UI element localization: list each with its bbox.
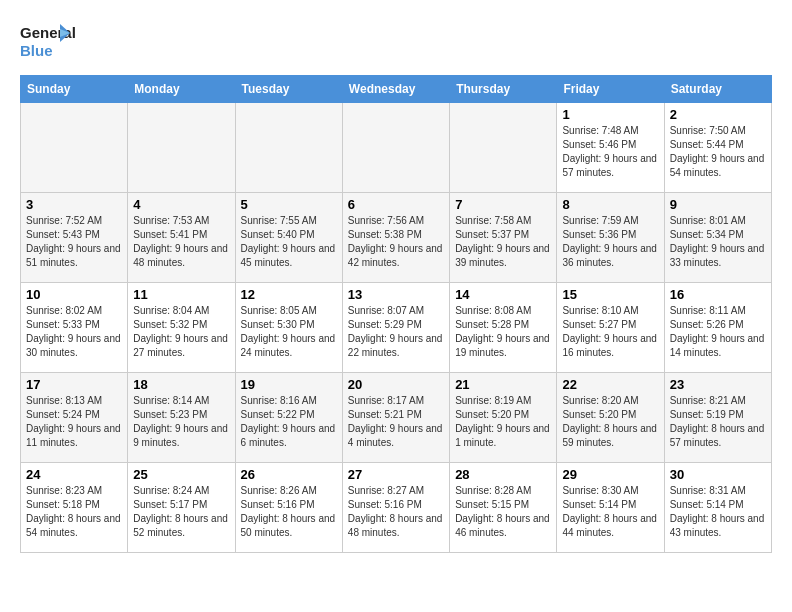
- calendar-cell: 4Sunrise: 7:53 AMSunset: 5:41 PMDaylight…: [128, 193, 235, 283]
- day-number: 25: [133, 467, 229, 482]
- day-number: 23: [670, 377, 766, 392]
- calendar-week-row: 3Sunrise: 7:52 AMSunset: 5:43 PMDaylight…: [21, 193, 772, 283]
- calendar-cell: [21, 103, 128, 193]
- calendar-cell: 17Sunrise: 8:13 AMSunset: 5:24 PMDayligh…: [21, 373, 128, 463]
- day-info: Sunrise: 8:10 AMSunset: 5:27 PMDaylight:…: [562, 304, 658, 360]
- day-info: Sunrise: 8:27 AMSunset: 5:16 PMDaylight:…: [348, 484, 444, 540]
- day-number: 17: [26, 377, 122, 392]
- day-info: Sunrise: 8:23 AMSunset: 5:18 PMDaylight:…: [26, 484, 122, 540]
- day-number: 21: [455, 377, 551, 392]
- day-info: Sunrise: 8:04 AMSunset: 5:32 PMDaylight:…: [133, 304, 229, 360]
- calendar-cell: 19Sunrise: 8:16 AMSunset: 5:22 PMDayligh…: [235, 373, 342, 463]
- day-number: 18: [133, 377, 229, 392]
- calendar-cell: 16Sunrise: 8:11 AMSunset: 5:26 PMDayligh…: [664, 283, 771, 373]
- calendar-cell: 7Sunrise: 7:58 AMSunset: 5:37 PMDaylight…: [450, 193, 557, 283]
- calendar-cell: 28Sunrise: 8:28 AMSunset: 5:15 PMDayligh…: [450, 463, 557, 553]
- calendar-cell: 6Sunrise: 7:56 AMSunset: 5:38 PMDaylight…: [342, 193, 449, 283]
- calendar-header-saturday: Saturday: [664, 76, 771, 103]
- calendar-week-row: 10Sunrise: 8:02 AMSunset: 5:33 PMDayligh…: [21, 283, 772, 373]
- day-number: 15: [562, 287, 658, 302]
- calendar-week-row: 1Sunrise: 7:48 AMSunset: 5:46 PMDaylight…: [21, 103, 772, 193]
- calendar-cell: 21Sunrise: 8:19 AMSunset: 5:20 PMDayligh…: [450, 373, 557, 463]
- day-number: 6: [348, 197, 444, 212]
- calendar-header-tuesday: Tuesday: [235, 76, 342, 103]
- day-info: Sunrise: 8:24 AMSunset: 5:17 PMDaylight:…: [133, 484, 229, 540]
- day-number: 14: [455, 287, 551, 302]
- day-number: 5: [241, 197, 337, 212]
- day-number: 3: [26, 197, 122, 212]
- day-info: Sunrise: 8:17 AMSunset: 5:21 PMDaylight:…: [348, 394, 444, 450]
- day-number: 28: [455, 467, 551, 482]
- day-info: Sunrise: 7:58 AMSunset: 5:37 PMDaylight:…: [455, 214, 551, 270]
- day-info: Sunrise: 7:50 AMSunset: 5:44 PMDaylight:…: [670, 124, 766, 180]
- logo-svg: GeneralBlue: [20, 20, 75, 65]
- calendar-cell: 2Sunrise: 7:50 AMSunset: 5:44 PMDaylight…: [664, 103, 771, 193]
- calendar-cell: 1Sunrise: 7:48 AMSunset: 5:46 PMDaylight…: [557, 103, 664, 193]
- day-info: Sunrise: 8:02 AMSunset: 5:33 PMDaylight:…: [26, 304, 122, 360]
- day-info: Sunrise: 8:26 AMSunset: 5:16 PMDaylight:…: [241, 484, 337, 540]
- day-info: Sunrise: 7:56 AMSunset: 5:38 PMDaylight:…: [348, 214, 444, 270]
- day-info: Sunrise: 8:16 AMSunset: 5:22 PMDaylight:…: [241, 394, 337, 450]
- calendar-week-row: 17Sunrise: 8:13 AMSunset: 5:24 PMDayligh…: [21, 373, 772, 463]
- day-number: 22: [562, 377, 658, 392]
- calendar-cell: 22Sunrise: 8:20 AMSunset: 5:20 PMDayligh…: [557, 373, 664, 463]
- calendar-cell: 18Sunrise: 8:14 AMSunset: 5:23 PMDayligh…: [128, 373, 235, 463]
- calendar-table: SundayMondayTuesdayWednesdayThursdayFrid…: [20, 75, 772, 553]
- calendar-header-thursday: Thursday: [450, 76, 557, 103]
- calendar-cell: 23Sunrise: 8:21 AMSunset: 5:19 PMDayligh…: [664, 373, 771, 463]
- calendar-cell: 3Sunrise: 7:52 AMSunset: 5:43 PMDaylight…: [21, 193, 128, 283]
- calendar-header-wednesday: Wednesday: [342, 76, 449, 103]
- calendar-cell: 10Sunrise: 8:02 AMSunset: 5:33 PMDayligh…: [21, 283, 128, 373]
- page-container: GeneralBlue SundayMondayTuesdayWednesday…: [20, 20, 772, 553]
- calendar-cell: 11Sunrise: 8:04 AMSunset: 5:32 PMDayligh…: [128, 283, 235, 373]
- calendar-cell: 14Sunrise: 8:08 AMSunset: 5:28 PMDayligh…: [450, 283, 557, 373]
- header: GeneralBlue: [20, 20, 772, 65]
- calendar-header-row: SundayMondayTuesdayWednesdayThursdayFrid…: [21, 76, 772, 103]
- calendar-cell: 27Sunrise: 8:27 AMSunset: 5:16 PMDayligh…: [342, 463, 449, 553]
- day-info: Sunrise: 8:21 AMSunset: 5:19 PMDaylight:…: [670, 394, 766, 450]
- calendar-header-sunday: Sunday: [21, 76, 128, 103]
- calendar-cell: [235, 103, 342, 193]
- day-info: Sunrise: 7:52 AMSunset: 5:43 PMDaylight:…: [26, 214, 122, 270]
- day-info: Sunrise: 7:53 AMSunset: 5:41 PMDaylight:…: [133, 214, 229, 270]
- day-number: 7: [455, 197, 551, 212]
- day-info: Sunrise: 8:08 AMSunset: 5:28 PMDaylight:…: [455, 304, 551, 360]
- day-number: 29: [562, 467, 658, 482]
- day-info: Sunrise: 8:05 AMSunset: 5:30 PMDaylight:…: [241, 304, 337, 360]
- svg-text:Blue: Blue: [20, 42, 53, 59]
- calendar-cell: 24Sunrise: 8:23 AMSunset: 5:18 PMDayligh…: [21, 463, 128, 553]
- day-info: Sunrise: 8:11 AMSunset: 5:26 PMDaylight:…: [670, 304, 766, 360]
- day-info: Sunrise: 8:20 AMSunset: 5:20 PMDaylight:…: [562, 394, 658, 450]
- day-number: 8: [562, 197, 658, 212]
- day-number: 27: [348, 467, 444, 482]
- day-number: 4: [133, 197, 229, 212]
- day-number: 10: [26, 287, 122, 302]
- calendar-cell: 30Sunrise: 8:31 AMSunset: 5:14 PMDayligh…: [664, 463, 771, 553]
- day-number: 20: [348, 377, 444, 392]
- day-number: 12: [241, 287, 337, 302]
- day-info: Sunrise: 7:55 AMSunset: 5:40 PMDaylight:…: [241, 214, 337, 270]
- calendar-week-row: 24Sunrise: 8:23 AMSunset: 5:18 PMDayligh…: [21, 463, 772, 553]
- day-number: 26: [241, 467, 337, 482]
- day-number: 19: [241, 377, 337, 392]
- calendar-cell: 9Sunrise: 8:01 AMSunset: 5:34 PMDaylight…: [664, 193, 771, 283]
- calendar-cell: 12Sunrise: 8:05 AMSunset: 5:30 PMDayligh…: [235, 283, 342, 373]
- day-number: 13: [348, 287, 444, 302]
- day-info: Sunrise: 8:30 AMSunset: 5:14 PMDaylight:…: [562, 484, 658, 540]
- day-number: 2: [670, 107, 766, 122]
- calendar-cell: [128, 103, 235, 193]
- day-info: Sunrise: 8:28 AMSunset: 5:15 PMDaylight:…: [455, 484, 551, 540]
- day-number: 30: [670, 467, 766, 482]
- calendar-cell: 8Sunrise: 7:59 AMSunset: 5:36 PMDaylight…: [557, 193, 664, 283]
- day-info: Sunrise: 8:07 AMSunset: 5:29 PMDaylight:…: [348, 304, 444, 360]
- calendar-cell: 13Sunrise: 8:07 AMSunset: 5:29 PMDayligh…: [342, 283, 449, 373]
- calendar-cell: 25Sunrise: 8:24 AMSunset: 5:17 PMDayligh…: [128, 463, 235, 553]
- calendar-cell: 15Sunrise: 8:10 AMSunset: 5:27 PMDayligh…: [557, 283, 664, 373]
- day-info: Sunrise: 8:13 AMSunset: 5:24 PMDaylight:…: [26, 394, 122, 450]
- day-info: Sunrise: 8:14 AMSunset: 5:23 PMDaylight:…: [133, 394, 229, 450]
- day-info: Sunrise: 8:31 AMSunset: 5:14 PMDaylight:…: [670, 484, 766, 540]
- calendar-header-monday: Monday: [128, 76, 235, 103]
- day-info: Sunrise: 7:59 AMSunset: 5:36 PMDaylight:…: [562, 214, 658, 270]
- day-info: Sunrise: 7:48 AMSunset: 5:46 PMDaylight:…: [562, 124, 658, 180]
- calendar-cell: [450, 103, 557, 193]
